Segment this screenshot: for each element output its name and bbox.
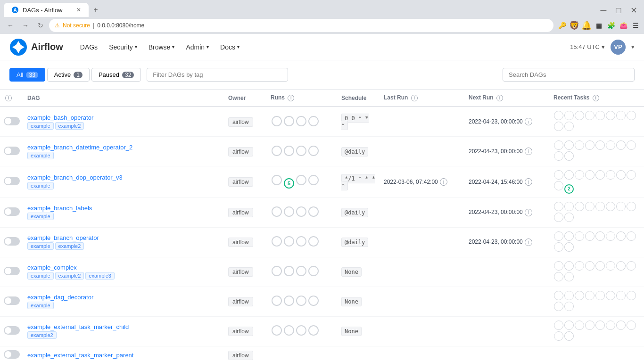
next-run-info-icon[interactable]: i — [525, 148, 532, 155]
dag-link-example_complex[interactable]: example_complex — [27, 264, 77, 271]
filter-active-tab[interactable]: Active 1 — [47, 68, 90, 82]
dag-link-example_external_task_marker_child[interactable]: example_external_task_marker_child — [27, 323, 129, 330]
dag-toggle-cell — [0, 316, 24, 346]
svg-point-7 — [17, 45, 20, 49]
dag-schedule-cell: @daily — [338, 227, 380, 257]
dag-runs-cell — [267, 107, 338, 137]
dag-owner-cell: airflow — [224, 227, 267, 257]
dag-runs-cell — [267, 346, 338, 362]
table-row: example_external_task_marker_parent airf… — [0, 346, 644, 362]
dag-lastrun-cell — [380, 137, 465, 166]
filter-all-tab[interactable]: All 33 — [9, 68, 45, 82]
notification-icon[interactable]: 🔔 — [582, 21, 591, 30]
dag-toggle-example_bash_operator[interactable] — [4, 117, 20, 125]
dag-owner-cell: airflow — [224, 107, 267, 137]
dag-nextrun-cell — [465, 346, 550, 362]
dag-owner-cell: airflow — [224, 287, 267, 316]
dag-link-example_branch_datetime_operator_2[interactable]: example_branch_datetime_operator_2 — [27, 144, 132, 151]
user-caret[interactable]: ▾ — [631, 43, 635, 50]
dag-owner-cell: airflow — [224, 137, 267, 166]
password-icon[interactable]: 🔑 — [557, 21, 567, 30]
forward-button[interactable]: → — [19, 19, 32, 32]
logo[interactable]: Airflow — [9, 38, 63, 56]
dag-tags-example_branch_datetime_operator_2: example — [27, 151, 221, 159]
dag-toggle-example_branch_dop_operator_v3[interactable] — [4, 177, 20, 185]
dag-toggle-example_branch_operator[interactable] — [4, 237, 20, 246]
time-caret: ▾ — [602, 43, 605, 50]
owner-badge: airflow — [228, 177, 253, 187]
tab-favicon: A — [11, 6, 19, 14]
dag-toggle-cell — [0, 137, 24, 166]
dag-nextrun-cell: 2022-04-23, 00:00:00i — [465, 137, 550, 166]
dag-lastrun-cell — [380, 316, 465, 346]
dag-tag: example — [27, 302, 54, 309]
dag-toggle-example_external_task_marker_parent[interactable] — [4, 350, 20, 359]
dag-name-cell: example_dag_decorator example — [24, 287, 224, 316]
security-warning-icon: ⚠ — [55, 22, 60, 29]
next-run-info-icon[interactable]: i — [525, 239, 532, 246]
table-row: example_dag_decorator example airflow No… — [0, 287, 644, 316]
dag-name-cell: example_bash_operator exampleexample2 — [24, 107, 224, 137]
nav-admin[interactable]: Admin ▾ — [180, 34, 215, 60]
close-tab-button[interactable]: ✕ — [76, 7, 81, 13]
last-run-info-icon[interactable]: i — [440, 178, 447, 186]
refresh-button[interactable]: ↻ — [34, 19, 47, 32]
dag-link-example_branch_dop_operator_v3[interactable]: example_branch_dop_operator_v3 — [27, 174, 123, 181]
th-tasks: Recent Tasks i — [550, 90, 644, 107]
dag-name-cell: example_complex exampleexample2example3 — [24, 257, 224, 287]
active-tab[interactable]: A DAGs - Airflow ✕ — [4, 3, 89, 17]
dag-toggle-example_external_task_marker_child[interactable] — [4, 326, 20, 335]
dag-toggle-example_branch_labels[interactable] — [4, 207, 20, 216]
dag-name-cell: example_branch_datetime_operator_2 examp… — [24, 137, 224, 166]
filter-tag-input[interactable] — [147, 68, 288, 82]
new-tab-button[interactable]: + — [89, 3, 103, 17]
dag-tag: example — [27, 272, 54, 280]
next-run-info-icon[interactable]: i — [525, 209, 532, 216]
wallet-icon[interactable]: 👛 — [619, 21, 628, 30]
dag-schedule-cell: @daily — [338, 197, 380, 227]
nav-docs[interactable]: Docs ▾ — [215, 34, 245, 60]
dag-toggle-cell — [0, 166, 24, 198]
dag-link-example_external_task_marker_parent[interactable]: example_external_task_marker_parent — [27, 352, 133, 359]
dag-link-example_dag_decorator[interactable]: example_dag_decorator — [27, 294, 93, 301]
dag-toggle-example_dag_decorator[interactable] — [4, 296, 20, 305]
dag-link-example_branch_labels[interactable]: example_branch_labels — [27, 205, 92, 212]
search-input[interactable] — [503, 68, 635, 82]
menu-icon[interactable]: ☰ — [631, 21, 640, 30]
filter-paused-tab[interactable]: Paused 32 — [91, 68, 141, 82]
dag-schedule-cell: None — [338, 257, 380, 287]
next-run-info-icon[interactable]: i — [525, 118, 532, 125]
time-display[interactable]: 15:47 UTC ▾ — [570, 43, 605, 50]
nav-right: 15:47 UTC ▾ VP ▾ — [570, 40, 635, 55]
dag-table-body: example_bash_operator exampleexample2 ai… — [0, 107, 644, 362]
dag-toggle-example_complex[interactable] — [4, 267, 20, 275]
dag-lastrun-cell: 2022-03-06, 07:42:00i — [380, 166, 465, 198]
user-avatar[interactable]: VP — [611, 40, 626, 55]
tab-bar: A DAGs - Airflow ✕ + ─ □ ✕ — [0, 0, 644, 17]
dag-toggle-cell — [0, 227, 24, 257]
close-window-button[interactable]: ✕ — [627, 4, 640, 17]
next-run-info-icon[interactable]: i — [525, 178, 532, 186]
dag-link-example_bash_operator[interactable]: example_bash_operator — [27, 114, 93, 121]
brave-icon[interactable]: 🦁 — [570, 21, 579, 30]
minimize-button[interactable]: ─ — [597, 4, 610, 17]
th-info: i — [0, 90, 24, 107]
address-bar[interactable]: ⚠ Not secure | 0.0.0.0:8080/home — [49, 19, 553, 32]
nav-dags[interactable]: DAGs — [74, 34, 103, 60]
filter-tabs: All 33 Active 1 Paused 32 — [9, 68, 141, 82]
next-run-text: 2022-04-23, 00:00:00 — [469, 148, 523, 155]
maximize-button[interactable]: □ — [612, 4, 625, 17]
nav-security[interactable]: Security ▾ — [103, 34, 143, 60]
dag-link-example_branch_operator[interactable]: example_branch_operator — [27, 234, 99, 241]
dag-toggle-cell — [0, 257, 24, 287]
dag-schedule-cell: */1 * * * * — [338, 166, 380, 198]
dag-name-cell: example_external_task_marker_parent — [24, 346, 224, 362]
browse-caret: ▾ — [172, 44, 174, 49]
qr-icon[interactable]: ▦ — [594, 21, 603, 30]
dag-name-cell: example_branch_operator exampleexample2 — [24, 227, 224, 257]
nav-browse[interactable]: Browse ▾ — [143, 34, 181, 60]
back-button[interactable]: ← — [4, 19, 17, 32]
dag-toggle-example_branch_datetime_operator_2[interactable] — [4, 147, 20, 155]
schedule-badge: @daily — [341, 147, 368, 156]
extensions-icon[interactable]: 🧩 — [606, 21, 616, 30]
